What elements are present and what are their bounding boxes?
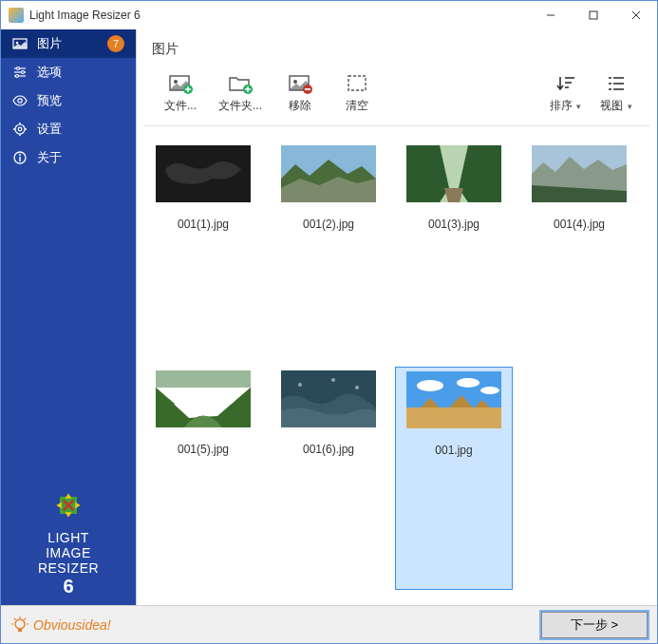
sidebar-item-settings[interactable]: 设置 [1,115,136,143]
svg-rect-30 [348,76,366,90]
view-button[interactable]: 视图 ▾ [591,69,642,118]
thumbnail-image [281,145,376,202]
credit-text: Obviousidea! [33,617,111,633]
toolbar-label: 文件夹... [218,98,262,114]
svg-point-28 [293,80,297,84]
svg-line-57 [14,618,16,620]
content-panel: 图片 文件... 文件夹... 移除 清空 排序 ▾ [136,29,657,605]
toolbar-label: 清空 [346,98,368,114]
add-folder-icon [227,73,254,94]
lightbulb-icon [10,616,29,635]
toolbar: 文件... 文件夹... 移除 清空 排序 ▾ 视图 ▾ [144,66,649,126]
add-file-button[interactable]: 文件... [152,69,209,118]
clear-icon [344,73,370,94]
svg-point-14 [18,127,22,131]
sort-icon [553,73,579,94]
thumbnail-caption: 001(3).jpg [428,218,479,231]
svg-point-52 [480,387,499,394]
brand-text-1: LIGHT [1,530,136,545]
svg-point-7 [17,67,20,70]
svg-point-11 [16,75,19,78]
svg-point-53 [15,619,25,629]
thumbnail-grid: 001(1).jpg 001(2).jpg 001(3).jpg 001(4).… [137,126,657,605]
window-title: Light Image Resizer 6 [29,9,141,22]
svg-point-13 [15,124,25,134]
thumbnail-caption: 001(5).jpg [178,443,229,456]
thumbnail-image [156,370,251,427]
thumbnail-caption: 001(2).jpg [303,218,354,231]
thumbnail-item[interactable]: 001.jpg [395,367,513,590]
images-icon [12,36,28,51]
sidebar-item-label: 设置 [37,121,62,138]
clear-button[interactable]: 清空 [329,69,385,118]
thumbnail-item[interactable]: 001(1).jpg [144,142,262,363]
svg-line-58 [25,618,27,620]
brand-block: LIGHT IMAGE RESIZER 6 [1,488,136,605]
svg-point-5 [16,42,19,45]
close-button[interactable] [614,1,657,29]
brand-version: 6 [1,576,136,597]
sliders-icon [12,65,28,80]
svg-point-20 [19,154,21,156]
sidebar-item-label: 图片 [37,35,62,52]
svg-point-9 [22,71,25,74]
thumbnail-item[interactable]: 001(6).jpg [270,367,387,590]
sidebar-item-label: 选项 [37,64,62,81]
brand-text-2: IMAGE [1,545,136,560]
svg-rect-44 [156,370,251,388]
info-icon [12,150,28,165]
brand-logo-icon [51,488,85,522]
sidebar-item-options[interactable]: 选项 [1,58,136,86]
footer: Obviousidea! 下一步 > [1,605,657,643]
app-icon [9,8,24,23]
thumbnail-image [156,145,251,202]
sidebar-item-images[interactable]: 图片 7 [1,29,136,58]
add-folder-button[interactable]: 文件夹... [209,69,272,118]
panel-heading: 图片 [137,29,657,66]
svg-point-50 [417,380,443,391]
svg-point-51 [457,378,479,388]
thumbnail-image [406,371,501,428]
toolbar-label: 移除 [289,98,311,114]
thumbnail-caption: 001.jpg [435,444,472,457]
thumbnail-caption: 001(6).jpg [303,443,354,456]
toolbar-label: 视图 ▾ [600,98,632,114]
chevron-down-icon: ▾ [625,102,632,111]
image-count-badge: 7 [107,35,124,52]
sidebar-item-label: 关于 [37,149,62,166]
remove-icon [287,73,313,94]
toolbar-label: 排序 ▾ [550,98,582,114]
thumbnail-caption: 001(4).jpg [554,218,605,231]
thumbnail-image [406,145,501,202]
eye-icon [12,93,28,108]
brand-text-3: RESIZER [1,560,136,576]
thumbnail-item[interactable]: 001(4).jpg [520,142,638,363]
titlebar: Light Image Resizer 6 [1,1,657,29]
credit-link[interactable]: Obviousidea! [10,616,111,635]
svg-point-24 [174,80,178,84]
add-file-icon [167,73,194,94]
sort-button[interactable]: 排序 ▾ [540,69,592,118]
thumbnail-item[interactable]: 001(3).jpg [395,142,513,363]
thumbnail-image [532,145,627,202]
sidebar-item-about[interactable]: 关于 [1,143,136,172]
sidebar-item-preview[interactable]: 预览 [1,86,136,115]
maximize-button[interactable] [572,1,614,29]
svg-point-48 [355,386,359,389]
svg-point-47 [331,378,335,382]
sidebar-item-label: 预览 [37,92,62,109]
svg-rect-1 [590,11,597,19]
next-button[interactable]: 下一步 > [541,612,648,638]
sidebar: 图片 7 选项 预览 设置 关于 LIGHT IMAGE RESIZER 6 [1,29,136,605]
thumbnail-image [281,370,376,427]
svg-point-12 [18,99,22,103]
view-icon [603,73,630,94]
thumbnail-caption: 001(1).jpg [178,218,229,231]
minimize-button[interactable] [529,1,572,29]
thumbnail-item[interactable]: 001(5).jpg [144,367,262,590]
remove-button[interactable]: 移除 [272,69,329,118]
thumbnail-item[interactable]: 001(2).jpg [270,142,387,363]
toolbar-label: 文件... [164,98,197,114]
chevron-down-icon: ▾ [574,102,582,111]
gear-icon [12,122,28,137]
